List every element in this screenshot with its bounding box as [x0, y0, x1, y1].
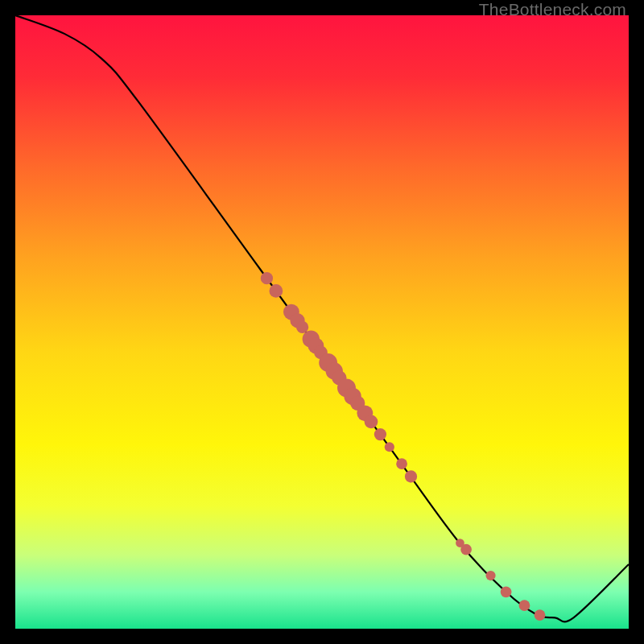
- chart-point: [365, 415, 378, 428]
- chart-point: [405, 470, 417, 482]
- chart-point: [269, 284, 283, 298]
- chart-point: [460, 544, 472, 555]
- chart-point: [396, 458, 407, 469]
- chart-container: TheBottleneck.com: [0, 0, 644, 644]
- chart-point: [385, 442, 394, 452]
- chart-point: [535, 609, 546, 621]
- chart-point: [296, 321, 308, 333]
- plot-area: [15, 15, 629, 629]
- chart-point: [261, 272, 273, 284]
- chart-point: [485, 571, 495, 580]
- chart-svg: [15, 15, 629, 629]
- chart-point: [519, 600, 530, 611]
- chart-point: [374, 428, 386, 440]
- chart-background: [15, 15, 629, 629]
- chart-point: [501, 586, 512, 597]
